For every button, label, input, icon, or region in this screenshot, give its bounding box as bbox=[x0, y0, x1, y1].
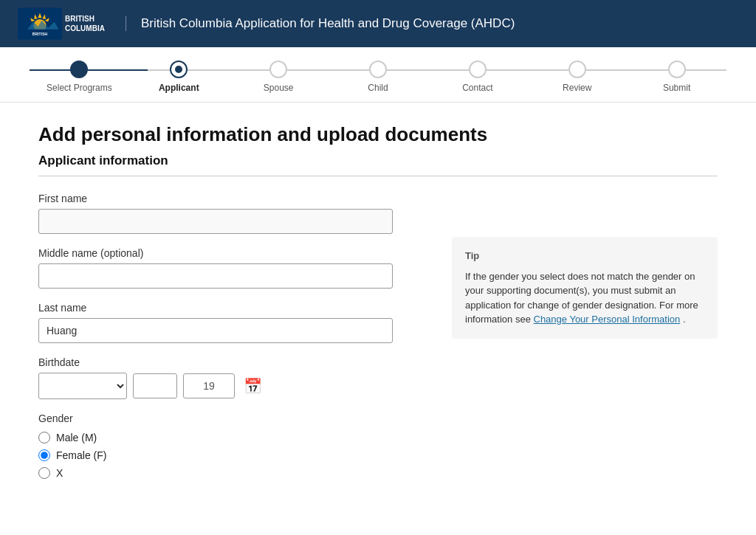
step-review[interactable]: Review bbox=[527, 61, 627, 93]
middle-name-group: Middle name (optional) bbox=[38, 247, 422, 289]
step-label-contact: Contact bbox=[462, 83, 492, 93]
tip-heading: Tip bbox=[465, 249, 704, 263]
step-circle-spouse bbox=[269, 61, 287, 78]
section-divider bbox=[38, 176, 718, 176]
birthdate-row: January February March April May June Ju… bbox=[38, 373, 422, 399]
step-circle-contact bbox=[469, 61, 487, 78]
section-title: Applicant information bbox=[38, 153, 718, 168]
form-and-tip-layout: First name Middle name (optional) Last n… bbox=[38, 193, 718, 492]
gender-x-option[interactable]: X bbox=[38, 467, 422, 479]
step-circle-child bbox=[369, 61, 387, 78]
page-header: BRITISH BRITISH COLUMBIA British Columbi… bbox=[0, 0, 756, 47]
gender-x-label: X bbox=[56, 467, 63, 479]
gender-female-label: Female (F) bbox=[56, 449, 106, 461]
gender-female-option[interactable]: Female (F) bbox=[38, 449, 422, 461]
step-circle-submit bbox=[668, 61, 686, 78]
first-name-input[interactable] bbox=[38, 209, 393, 234]
progress-section: Select Programs Applicant Spouse Child C… bbox=[0, 47, 756, 103]
checkmark-icon bbox=[75, 65, 83, 74]
gender-male-label: Male (M) bbox=[56, 432, 97, 443]
tip-column: Tip If the gender you select does not ma… bbox=[452, 193, 718, 492]
first-name-group: First name bbox=[38, 193, 422, 234]
step-contact[interactable]: Contact bbox=[427, 61, 527, 93]
step-label-applicant: Applicant bbox=[159, 83, 199, 93]
gender-group: Gender Male (M) Female (F) X bbox=[38, 413, 422, 479]
main-content: Add personal information and upload docu… bbox=[9, 103, 747, 513]
tip-box: Tip If the gender you select does not ma… bbox=[452, 237, 718, 339]
step-label-child: Child bbox=[368, 83, 388, 93]
step-submit[interactable]: Submit bbox=[627, 61, 726, 93]
svg-text:BRITISH: BRITISH bbox=[32, 32, 48, 36]
gender-x-radio[interactable] bbox=[38, 467, 50, 479]
first-name-label: First name bbox=[38, 193, 422, 204]
progress-steps: Select Programs Applicant Spouse Child C… bbox=[30, 61, 726, 93]
form-column: First name Middle name (optional) Last n… bbox=[38, 193, 422, 492]
step-circle-review bbox=[568, 61, 586, 78]
tip-text: If the gender you select does not match … bbox=[465, 269, 704, 327]
step-label-select-programs: Select Programs bbox=[47, 83, 112, 93]
step-spouse[interactable]: Spouse bbox=[229, 61, 329, 93]
step-label-spouse: Spouse bbox=[264, 83, 294, 93]
birthdate-label: Birthdate bbox=[38, 356, 422, 368]
gender-male-radio[interactable] bbox=[38, 432, 50, 443]
step-select-programs[interactable]: Select Programs bbox=[30, 61, 129, 93]
header-title: British Columbia Application for Health … bbox=[126, 16, 515, 31]
step-label-submit: Submit bbox=[663, 83, 690, 93]
logo-container: BRITISH BRITISH COLUMBIA bbox=[18, 7, 105, 40]
gender-female-radio[interactable] bbox=[38, 449, 50, 461]
gender-male-option[interactable]: Male (M) bbox=[38, 432, 422, 443]
middle-name-label: Middle name (optional) bbox=[38, 247, 422, 259]
step-circle-select-programs bbox=[70, 61, 88, 78]
step-label-review: Review bbox=[563, 83, 591, 93]
last-name-label: Last name bbox=[38, 302, 422, 314]
birthdate-month-select[interactable]: January February March April May June Ju… bbox=[38, 373, 127, 399]
last-name-input[interactable] bbox=[38, 318, 393, 343]
step-applicant[interactable]: Applicant bbox=[129, 61, 229, 93]
birthdate-day-input[interactable] bbox=[133, 373, 177, 398]
middle-name-input[interactable] bbox=[38, 263, 393, 289]
bc-logo-icon: BRITISH bbox=[18, 7, 62, 40]
gender-label: Gender bbox=[38, 413, 422, 424]
last-name-group: Last name bbox=[38, 302, 422, 343]
tip-link[interactable]: Change Your Personal Information bbox=[534, 314, 681, 325]
gender-radio-group: Male (M) Female (F) X bbox=[38, 432, 422, 479]
birthdate-year-input[interactable] bbox=[183, 373, 235, 398]
calendar-icon[interactable]: 📅 bbox=[241, 374, 265, 398]
step-circle-applicant bbox=[170, 61, 188, 78]
birthdate-group: Birthdate January February March April M… bbox=[38, 356, 422, 399]
step-child[interactable]: Child bbox=[329, 61, 428, 93]
page-title: Add personal information and upload docu… bbox=[38, 123, 718, 146]
tip-text-part2: . bbox=[683, 314, 686, 325]
svg-point-10 bbox=[75, 66, 83, 73]
